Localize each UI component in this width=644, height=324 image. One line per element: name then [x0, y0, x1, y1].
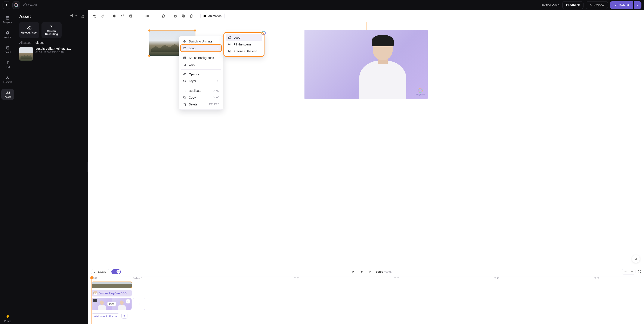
preview-button[interactable]: Preview [586, 1, 608, 9]
context-opacity[interactable]: Opacity [181, 71, 221, 78]
resize-handle[interactable] [194, 29, 196, 32]
cloud-icon [23, 3, 27, 7]
cloud-upload-icon [6, 91, 10, 95]
loop-icon [121, 14, 125, 18]
context-copy[interactable]: Copy ⌘+C [181, 94, 221, 101]
back-button[interactable] [2, 1, 10, 9]
opacity-icon [145, 14, 149, 18]
expand-timeline-button[interactable]: Expand [91, 269, 109, 274]
add-scene-button[interactable] [133, 298, 146, 310]
align-button[interactable] [152, 12, 159, 20]
svg-rect-6 [81, 15, 82, 16]
video-clip[interactable] [92, 282, 132, 288]
zoom-fit-button[interactable] [632, 255, 640, 263]
upload-asset-button[interactable]: Upload Asset [19, 22, 39, 38]
chevron-down-icon [636, 4, 639, 7]
context-unmute[interactable]: Switch to Unmute [181, 38, 221, 45]
scene-more-button[interactable]: ⋯ [126, 299, 130, 304]
loop-option-fill-scene[interactable]: Fill the scene [226, 41, 262, 48]
undo-button[interactable] [91, 12, 98, 20]
avatar-icon [6, 31, 10, 35]
asset-filter-select[interactable]: All [70, 14, 78, 19]
play-button[interactable] [359, 269, 364, 275]
prev-frame-button[interactable] [350, 269, 356, 275]
loop-option-loop[interactable]: Loop [226, 34, 262, 41]
chevron-right-icon [216, 47, 219, 49]
resize-handle[interactable] [148, 29, 150, 32]
svg-rect-0 [6, 16, 9, 19]
editor-toolbar: Animation [88, 10, 644, 22]
duplicate-button[interactable] [172, 12, 179, 20]
background-button[interactable] [127, 12, 134, 20]
timeline-toggle[interactable] [112, 269, 121, 274]
next-frame-button[interactable] [368, 269, 373, 275]
animation-button[interactable]: Animation [200, 13, 225, 19]
asset-thumbnail [19, 47, 33, 61]
svg-rect-22 [184, 97, 186, 99]
playhead[interactable] [92, 276, 92, 324]
watermark: HeyGen [416, 88, 425, 96]
timeline-fit-button[interactable] [638, 270, 641, 273]
redo-button[interactable] [99, 12, 106, 20]
submit-button[interactable]: Submit [610, 1, 633, 9]
context-set-background[interactable]: Set as Background [181, 54, 221, 61]
arrow-left-icon [4, 3, 8, 7]
crop-icon [137, 14, 141, 18]
checker-icon [183, 56, 186, 60]
audio-clip[interactable]: Joshua HeyGen CEO [92, 290, 132, 297]
chevron-right-icon [216, 80, 219, 82]
loop-option-freeze-end[interactable]: Freeze at the end [226, 48, 262, 55]
nav-script[interactable]: Script [1, 44, 14, 55]
zoom-out-button[interactable]: − [624, 270, 627, 274]
layers-icon [162, 14, 165, 18]
caption-chip[interactable]: Welcome to the ne… [92, 313, 119, 319]
asset-item[interactable]: pexels-volkan-yılmaz-1… 00:10 2024/03/15… [19, 47, 84, 61]
play-icon [589, 4, 592, 7]
context-delete[interactable]: Delete DELETE [181, 101, 221, 108]
project-title[interactable]: Untitled Video [541, 3, 560, 7]
submit-dropdown[interactable] [634, 1, 642, 9]
svg-rect-23 [184, 96, 185, 98]
timeline-controls: Expand 00:00 / 00:09 [88, 267, 644, 276]
loop-button[interactable] [119, 12, 126, 20]
opacity-button[interactable] [144, 12, 151, 20]
timeline-ruler: 00:00 Ending0 00:20 00:30 00:40 00:50 [88, 276, 644, 281]
layer-button[interactable] [160, 12, 167, 20]
copy-button[interactable] [180, 12, 187, 20]
nav-asset[interactable]: Asset [1, 89, 14, 100]
nav-element[interactable]: Element [1, 74, 14, 85]
nav-text[interactable]: Text [1, 59, 14, 70]
resize-handle[interactable] [148, 55, 150, 57]
add-caption-button[interactable] [122, 313, 128, 319]
copy-icon [183, 96, 186, 99]
timeline-zoom: − + [622, 269, 636, 275]
animation-icon [204, 14, 206, 17]
zoom-in-button[interactable]: + [631, 270, 633, 273]
volume-off-icon [183, 40, 186, 43]
nav-pricing[interactable]: Pricing [1, 313, 14, 324]
chevron-down-icon [75, 14, 78, 17]
redo-icon [101, 14, 105, 18]
svg-point-4 [6, 78, 7, 79]
context-loop[interactable]: Loop [181, 45, 221, 52]
crop-button[interactable] [135, 12, 142, 20]
mute-button[interactable] [111, 12, 118, 20]
asset-breadcrumb[interactable]: All asset Videos [19, 41, 84, 44]
nav-avatar[interactable]: Avatar [1, 29, 14, 40]
mini-avatar-icon [93, 291, 98, 295]
svg-rect-7 [83, 15, 84, 16]
screen-recording-button[interactable]: Screen Recording [42, 22, 62, 38]
loop-icon [183, 46, 186, 50]
delete-button[interactable] [188, 12, 195, 20]
context-crop[interactable]: Crop [181, 61, 221, 68]
feedback-button[interactable]: Feedback [562, 1, 584, 9]
canvas-area[interactable]: HeyGen Switch to Unmute [88, 22, 644, 267]
nav-template[interactable]: Template [1, 14, 14, 25]
context-duplicate[interactable]: Duplicate ⌘+D [181, 87, 221, 94]
scene-canvas[interactable]: HeyGen [304, 30, 428, 99]
context-layer[interactable]: Layer [181, 78, 221, 85]
scene-clip[interactable]: 1 9.2s ⋯ [92, 298, 132, 310]
svg-rect-8 [81, 17, 82, 18]
grid-view-toggle[interactable] [80, 14, 84, 18]
timeline[interactable]: 00:00 Ending0 00:20 00:30 00:40 00:50 Jo… [88, 276, 644, 324]
